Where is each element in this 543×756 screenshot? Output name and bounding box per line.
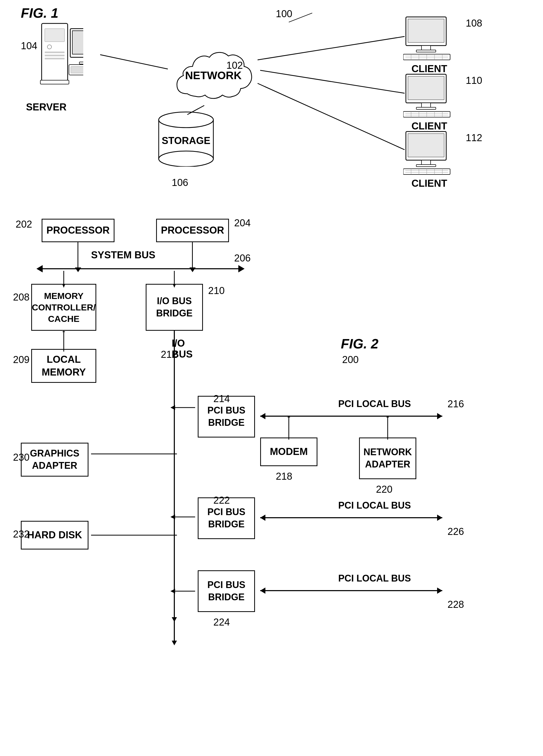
svg-rect-31 [416,107,436,109]
svg-marker-86 [260,588,266,594]
ref-112: 112 [466,132,482,143]
ref-228: 228 [447,599,464,610]
ref-204: 204 [234,217,251,229]
pci-local-bus2-arrow [260,512,442,524]
client112-icon [403,130,455,176]
pci-local-bus3-label: PCI LOCAL BUS [338,573,411,584]
ref-108: 108 [466,18,482,29]
svg-rect-43 [416,165,436,167]
svg-marker-66 [62,331,65,332]
ref-200: 200 [342,354,358,365]
system-bus-arrow [36,263,245,276]
ref-209: 209 [13,354,29,365]
svg-line-57 [289,13,312,22]
svg-rect-12 [71,66,83,73]
processor2-box: PROCESSOR [156,219,229,242]
ref-104: 104 [21,40,37,52]
server-icon [26,21,83,104]
client112-group: CLIENT [403,130,455,189]
svg-marker-71 [437,413,442,419]
svg-marker-79 [171,515,175,519]
svg-point-6 [47,45,52,49]
pci-local-bus3-arrow [260,585,442,597]
io-to-pci1-arrow [171,396,202,419]
client108-icon [403,16,455,61]
svg-marker-68 [172,617,177,622]
network-cloud: NETWORK [167,42,260,109]
client108-group: CLIENT [403,16,455,74]
processor1-box: PROCESSOR [42,219,115,242]
ref-110: 110 [466,75,482,86]
svg-marker-91 [172,641,177,645]
ref-208: 208 [13,292,29,303]
ref-202: 202 [16,219,32,230]
graphics-adapter-box: GRAPHICS ADAPTER [21,443,89,477]
fig1-label: FIG. 1 [21,5,58,21]
svg-line-52 [100,55,168,69]
svg-line-54 [258,36,404,60]
memory-controller-box: MEMORY CONTROLLER/ CACHE [31,284,96,331]
ref-206: 206 [234,253,251,264]
io-bus-label: I/O BUS [172,338,193,360]
svg-marker-59 [36,265,43,272]
pci-bus-bridge3-box: PCI BUS BRIDGE [198,570,255,612]
svg-rect-10 [40,80,69,84]
ref-222: 222 [213,495,230,506]
svg-marker-70 [260,413,266,419]
mc-to-lm-arrow [60,331,68,352]
client110-group: CLIENT [403,73,455,132]
network-label: NETWORK [185,69,242,82]
storage-cylinder: STORAGE [154,109,219,167]
svg-rect-17 [408,19,444,42]
ref-220: 220 [376,484,392,495]
ref-106: 106 [172,177,188,188]
pci-local-bus2-label: PCI LOCAL BUS [338,500,411,511]
svg-marker-84 [171,589,175,593]
svg-rect-4 [79,62,83,64]
io-to-pci3-arrow [171,585,202,598]
svg-rect-8 [45,55,65,56]
ref-224: 224 [213,617,230,628]
ref-100: 100 [276,8,292,20]
svg-rect-30 [421,103,431,108]
svg-rect-19 [416,50,436,52]
io-bus-bridge-box: I/O BUS BRIDGE [146,284,203,331]
svg-rect-2 [72,31,83,54]
svg-rect-18 [421,46,431,50]
ref-210: 210 [208,285,225,296]
svg-rect-42 [421,160,431,165]
svg-rect-41 [408,134,444,157]
pci-local-bus1-arrow [260,410,442,423]
fig2-label: FIG. 2 [341,336,378,352]
system-bus-label: SYSTEM BUS [91,249,155,261]
svg-rect-9 [45,58,65,59]
ref-230: 230 [13,452,29,463]
svg-marker-73 [171,405,175,410]
modem-box: MODEM [260,438,317,466]
io-bus-bottom-arrow [169,620,180,646]
io-to-pci2-arrow [171,510,202,523]
client110-icon [403,73,455,118]
svg-marker-82 [437,515,442,521]
svg-point-14 [159,112,213,128]
svg-marker-87 [437,588,442,594]
svg-rect-7 [45,52,65,53]
svg-line-56 [258,83,404,150]
ref-232: 232 [13,529,29,540]
ref-218: 218 [276,471,292,482]
client112-label: CLIENT [403,178,455,189]
svg-rect-29 [408,76,444,100]
svg-rect-5 [45,29,65,42]
ref-216: 216 [447,398,464,410]
storage-label: STORAGE [162,135,210,146]
page: FIG. 1 100 SERVER 10 [0,0,543,756]
svg-line-55 [260,70,404,93]
ref-214: 214 [213,393,230,404]
svg-point-15 [159,151,213,167]
server-group: SERVER [26,21,83,105]
svg-marker-60 [238,265,245,272]
io-to-graphics-line [89,447,177,460]
local-memory-box: LOCAL MEMORY [31,349,96,383]
io-to-harddisk-line [89,534,177,536]
server-label: SERVER [26,102,83,113]
